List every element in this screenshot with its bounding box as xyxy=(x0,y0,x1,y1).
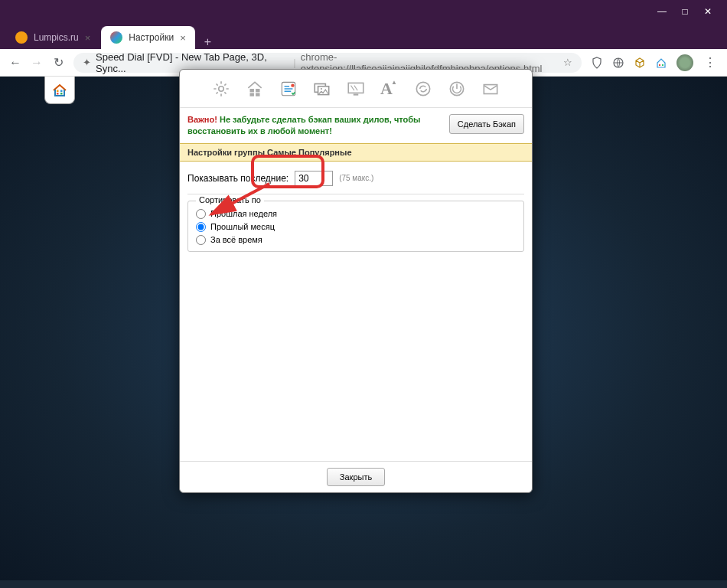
svg-rect-6 xyxy=(60,90,63,92)
svg-rect-18 xyxy=(354,93,359,95)
show-last-label: Показывать последние: xyxy=(187,173,289,184)
sort-group: Сортировать по Прошлая неделя Прошлый ме… xyxy=(187,201,524,252)
toolbar-font-button[interactable]: A▲ xyxy=(377,76,403,102)
toolbar-background-button[interactable] xyxy=(343,76,369,102)
screen-icon xyxy=(346,79,366,99)
toolbar-power-button[interactable] xyxy=(444,76,470,102)
svg-rect-5 xyxy=(57,90,59,92)
close-button[interactable]: Закрыть xyxy=(327,468,385,486)
tab-label: Настройки xyxy=(129,32,174,43)
toolbar-sync-button[interactable] xyxy=(410,76,436,102)
backup-button[interactable]: Сделать Бэкап xyxy=(449,114,524,134)
notice-message: Не забудьте сделать бэкап ваших дилов, ч… xyxy=(187,115,420,136)
images-icon xyxy=(312,79,332,99)
extension-icon-shield[interactable] xyxy=(589,55,605,70)
extension-icon-cube[interactable] xyxy=(632,55,647,70)
section-header: Настройки группы Самые Популярные xyxy=(180,143,532,162)
sort-legend: Сортировать по xyxy=(196,195,264,204)
home-launcher-button[interactable] xyxy=(44,77,75,104)
nav-forward-button[interactable]: → xyxy=(26,52,47,74)
show-last-row: Показывать последние: (75 макс.) xyxy=(187,168,524,194)
gear-icon xyxy=(211,79,231,99)
sort-radio-month[interactable] xyxy=(196,222,206,232)
browser-tabbar: Lumpics.ru × Настройки × + xyxy=(0,23,727,49)
toolbar-recent-button[interactable] xyxy=(309,76,335,102)
settings-window: A▲ Важно! Не забудьте сделать бэкап ваши… xyxy=(179,69,533,493)
toolbar-general-button[interactable] xyxy=(208,76,234,102)
svg-point-13 xyxy=(291,83,294,87)
svg-point-7 xyxy=(219,86,224,91)
svg-rect-8 xyxy=(250,89,254,92)
profile-avatar[interactable] xyxy=(676,54,693,71)
toolbar-popular-button[interactable] xyxy=(275,76,302,102)
sort-option-month[interactable]: Прошлый месяц xyxy=(196,220,516,234)
svg-point-16 xyxy=(321,87,322,89)
sync-icon xyxy=(413,79,433,99)
tab-favicon xyxy=(110,31,122,44)
svg-point-19 xyxy=(416,82,429,95)
sort-radio-week[interactable] xyxy=(196,209,206,219)
svg-rect-9 xyxy=(256,89,259,92)
sort-option-week[interactable]: Прошлая неделя xyxy=(196,207,516,220)
extension-icon-home[interactable] xyxy=(654,55,669,70)
show-last-input[interactable] xyxy=(295,171,333,186)
show-last-max: (75 макс.) xyxy=(339,174,373,182)
tab-close-icon[interactable]: × xyxy=(180,32,186,44)
svg-rect-4 xyxy=(60,93,63,95)
home-grid-icon xyxy=(245,79,265,99)
backup-notice: Важно! Не забудьте сделать бэкап ваших д… xyxy=(180,108,532,143)
extension-icon-globe[interactable] xyxy=(611,55,626,70)
tab-label: Lumpics.ru xyxy=(34,32,79,43)
nav-back-button[interactable]: ← xyxy=(5,52,26,74)
svg-rect-10 xyxy=(250,93,254,96)
settings-footer: Закрыть xyxy=(180,461,532,492)
nav-reload-button[interactable]: ↻ xyxy=(47,52,69,74)
tab-favicon xyxy=(15,31,28,44)
svg-rect-11 xyxy=(256,93,259,96)
tab-close-icon[interactable]: × xyxy=(85,32,91,44)
svg-rect-3 xyxy=(57,93,59,95)
svg-rect-2 xyxy=(662,64,663,66)
bookmark-star-icon[interactable]: ☆ xyxy=(563,57,572,68)
toolbar-import-button[interactable] xyxy=(478,76,504,102)
browser-menu-button[interactable]: ⋮ xyxy=(698,55,722,70)
minimize-button[interactable]: — xyxy=(650,0,673,23)
site-info-icon[interactable]: ✦ xyxy=(83,57,91,68)
window-titlebar: — □ ✕ xyxy=(0,0,727,23)
home-icon xyxy=(51,81,69,100)
clipboard-icon xyxy=(279,79,298,99)
power-icon xyxy=(447,79,467,99)
page-viewport: A▲ Важно! Не забудьте сделать бэкап ваши… xyxy=(0,77,727,580)
notice-prefix: Важно! xyxy=(187,115,217,124)
maximize-button[interactable]: □ xyxy=(673,0,696,23)
envelope-icon xyxy=(481,79,500,99)
sort-radio-all[interactable] xyxy=(196,235,206,245)
tab-lumpics[interactable]: Lumpics.ru × xyxy=(6,26,99,49)
tab-settings[interactable]: Настройки × xyxy=(101,26,194,49)
toolbar-dials-button[interactable] xyxy=(242,76,268,102)
new-tab-button[interactable]: + xyxy=(197,35,219,49)
sort-option-all[interactable]: За всё время xyxy=(196,234,516,247)
window-close-button[interactable]: ✕ xyxy=(696,0,719,23)
svg-rect-1 xyxy=(659,64,660,66)
settings-toolbar: A▲ xyxy=(180,70,532,108)
